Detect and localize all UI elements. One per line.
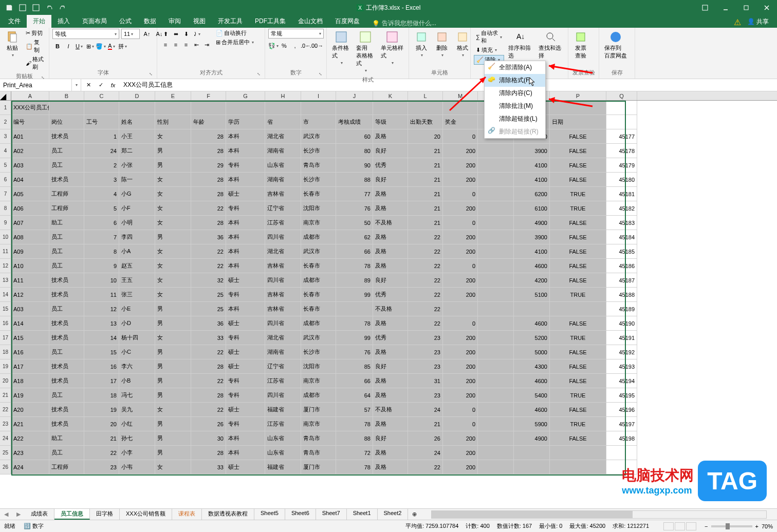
cell[interactable]: 武汉市: [301, 331, 336, 345]
col-header[interactable]: H: [265, 91, 301, 100]
cell[interactable]: 60: [336, 129, 373, 144]
underline-icon[interactable]: U▾: [74, 41, 84, 51]
cell[interactable]: 省: [265, 115, 301, 129]
font-size-combo[interactable]: 11▾: [121, 29, 140, 39]
cell[interactable]: 小G: [119, 187, 155, 201]
cell[interactable]: 7: [84, 230, 119, 244]
sheet-tab[interactable]: 田字格: [90, 509, 120, 520]
cell[interactable]: 200: [443, 230, 478, 244]
cell[interactable]: FALSE: [550, 129, 606, 144]
cell[interactable]: 小C: [119, 345, 155, 359]
clear-comments-item[interactable]: 清除批注(M): [485, 100, 545, 112]
cell[interactable]: 辽宁省: [265, 201, 301, 216]
cell[interactable]: 福建省: [265, 403, 301, 417]
cell[interactable]: 长春市: [301, 259, 336, 273]
cell[interactable]: 24: [408, 403, 443, 417]
cell[interactable]: 33: [191, 460, 226, 474]
cell[interactable]: 硕士: [226, 187, 265, 201]
cell[interactable]: 杨十四: [119, 331, 155, 345]
row-header[interactable]: 15: [0, 302, 11, 316]
cell[interactable]: 28: [191, 187, 226, 201]
cell[interactable]: 0: [443, 216, 478, 230]
col-header[interactable]: C: [84, 91, 119, 100]
cell[interactable]: [514, 302, 550, 316]
table-format-button[interactable]: 套用 表格格式▾: [354, 29, 376, 75]
cell[interactable]: 5200: [514, 331, 550, 345]
cell[interactable]: [478, 359, 514, 374]
col-header[interactable]: B: [49, 91, 84, 100]
cell[interactable]: 64: [336, 388, 373, 403]
cell[interactable]: 考核成绩: [336, 115, 373, 129]
qat-icon[interactable]: [30, 2, 42, 13]
autosum-button[interactable]: ∑ 自动求和▾: [474, 29, 504, 45]
cell[interactable]: 78: [336, 460, 373, 474]
cell[interactable]: 200: [443, 158, 478, 173]
cell[interactable]: 22: [408, 273, 443, 288]
cell[interactable]: 专科: [226, 388, 265, 403]
cell[interactable]: [478, 316, 514, 331]
cell[interactable]: A23: [11, 446, 49, 460]
align-center-icon[interactable]: ≡: [171, 40, 181, 50]
select-all-corner[interactable]: ◢: [0, 91, 11, 100]
cell[interactable]: [443, 302, 478, 316]
cell[interactable]: 22: [408, 316, 443, 331]
cell[interactable]: 本科: [226, 230, 265, 244]
cell[interactable]: 良好: [373, 359, 408, 374]
cell[interactable]: 女: [155, 259, 191, 273]
tab-data[interactable]: 数据: [138, 15, 162, 28]
cell[interactable]: 200: [443, 359, 478, 374]
cell[interactable]: 22: [408, 302, 443, 316]
percent-icon[interactable]: %: [279, 41, 289, 51]
baidu-save-button[interactable]: 保存到 百度网盘: [602, 29, 629, 62]
cell[interactable]: 技术员: [49, 374, 84, 388]
cell[interactable]: 22: [408, 288, 443, 302]
cell[interactable]: [478, 273, 514, 288]
cell[interactable]: 本科: [226, 259, 265, 273]
cell[interactable]: 优秀: [373, 331, 408, 345]
qat-icon[interactable]: [16, 2, 29, 13]
cell[interactable]: 助工: [49, 431, 84, 446]
tab-formulas[interactable]: 公式: [113, 15, 138, 28]
cell[interactable]: 硕士: [226, 316, 265, 331]
cell[interactable]: [478, 403, 514, 417]
cell[interactable]: 本科: [226, 216, 265, 230]
cell[interactable]: 22: [408, 259, 443, 273]
zoom-slider[interactable]: [711, 525, 752, 527]
row-header[interactable]: 20: [0, 374, 11, 388]
row-header[interactable]: 18: [0, 345, 11, 359]
cell[interactable]: 小A: [119, 244, 155, 259]
cell[interactable]: 21: [408, 187, 443, 201]
cell[interactable]: 28: [191, 446, 226, 460]
cell[interactable]: 3: [84, 173, 119, 187]
cell[interactable]: 男: [155, 359, 191, 374]
cell[interactable]: [478, 460, 514, 474]
cell[interactable]: 24: [84, 144, 119, 158]
cell[interactable]: 长春市: [301, 288, 336, 302]
row-header[interactable]: 2: [0, 115, 11, 129]
cell[interactable]: 李四: [119, 230, 155, 244]
cell[interactable]: 硕士: [226, 345, 265, 359]
sheet-tab[interactable]: 数据透视表教程: [202, 509, 254, 520]
cell[interactable]: 200: [443, 374, 478, 388]
cell[interactable]: [478, 417, 514, 431]
number-format-combo[interactable]: 常规▾: [268, 29, 324, 39]
cell[interactable]: 四川省: [265, 230, 301, 244]
cell[interactable]: 76: [336, 201, 373, 216]
indent-dec-icon[interactable]: ⇤: [191, 40, 201, 50]
cell[interactable]: 24: [408, 446, 443, 460]
cell[interactable]: 29: [191, 158, 226, 173]
cell[interactable]: 长沙市: [301, 173, 336, 187]
tab-jinshan[interactable]: 金山文档: [292, 15, 329, 28]
cell[interactable]: 6100: [514, 201, 550, 216]
cell[interactable]: 4600: [514, 403, 550, 417]
cell[interactable]: 小张: [119, 158, 155, 173]
cell[interactable]: 200: [443, 273, 478, 288]
cell[interactable]: 21: [408, 417, 443, 431]
cell[interactable]: FALSE: [550, 244, 606, 259]
cell[interactable]: 吉林省: [265, 302, 301, 316]
cell[interactable]: 21: [408, 216, 443, 230]
cell[interactable]: 5100: [514, 288, 550, 302]
cell[interactable]: 武汉市: [301, 244, 336, 259]
cell[interactable]: 青岛市: [301, 158, 336, 173]
tab-file[interactable]: 文件: [2, 15, 27, 28]
